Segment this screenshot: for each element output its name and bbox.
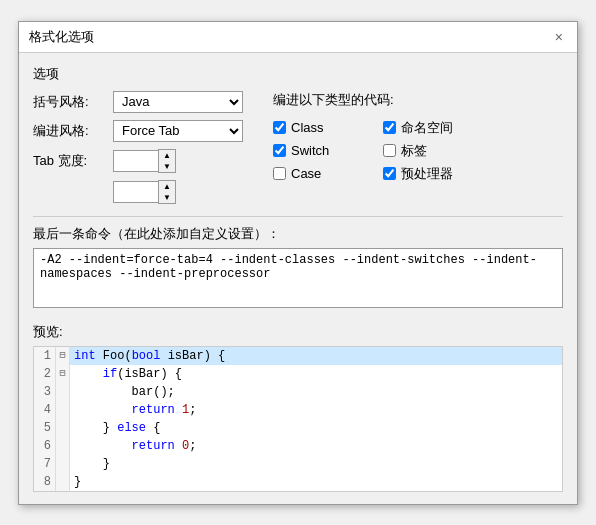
title-bar: 格式化选项 × xyxy=(19,22,577,53)
bracket-style-row: 括号风格: Java Allman K&R xyxy=(33,91,253,113)
divider xyxy=(33,216,563,217)
indent-style-label: 编进风格: xyxy=(33,122,105,140)
command-label: 最后一条命令（在此处添加自定义设置）： xyxy=(33,225,563,243)
class-checkbox-row[interactable]: Class xyxy=(273,119,363,137)
line-num-8: 8 xyxy=(34,473,56,491)
switch-checkbox[interactable] xyxy=(273,144,286,157)
line-code-8: } xyxy=(70,473,81,491)
dialog-title: 格式化选项 xyxy=(29,28,94,46)
command-section: 最后一条命令（在此处添加自定义设置）： -A2 --indent=force-t… xyxy=(33,225,563,311)
case-checkbox[interactable] xyxy=(273,167,286,180)
line-width-up[interactable]: ▲ xyxy=(159,181,175,192)
options-area: 括号风格: Java Allman K&R 编进风格: Force Tab Sp… xyxy=(33,91,563,204)
code-line-3: 3 bar(); xyxy=(34,383,562,401)
line-num-7: 7 xyxy=(34,455,56,473)
options-section-label: 选项 xyxy=(33,65,563,83)
code-preview: 1 ⊟ int Foo(bool isBar) { 2 ⊟ if(isBar) … xyxy=(33,346,563,492)
checkbox-grid: Class 命名空间 Switch 标签 xyxy=(273,119,473,183)
line-fold-8 xyxy=(56,473,70,491)
indent-style-row: 编进风格: Force Tab Spaces Tab xyxy=(33,120,253,142)
line-num-5: 5 xyxy=(34,419,56,437)
line-num-2: 2 xyxy=(34,365,56,383)
format-dialog: 格式化选项 × 选项 括号风格: Java Allman K&R 编进风格: xyxy=(18,21,578,505)
preview-label: 预览: xyxy=(33,323,563,341)
line-code-1: int Foo(bool isBar) { xyxy=(70,347,225,365)
preprocessor-checkbox-row[interactable]: 预处理器 xyxy=(383,165,473,183)
line-code-3: bar(); xyxy=(70,383,175,401)
code-line-7: 7 } xyxy=(34,455,562,473)
line-num-4: 4 xyxy=(34,401,56,419)
code-line-5: 5 } else { xyxy=(34,419,562,437)
namespace-checkbox[interactable] xyxy=(383,121,396,134)
command-textarea[interactable]: -A2 --indent=force-tab=4 --indent-classe… xyxy=(33,248,563,308)
bracket-style-label: 括号风格: xyxy=(33,93,105,111)
code-line-1: 1 ⊟ int Foo(bool isBar) { xyxy=(34,347,562,365)
line-fold-6 xyxy=(56,437,70,455)
code-line-8: 8 } xyxy=(34,473,562,491)
preprocessor-checkbox[interactable] xyxy=(383,167,396,180)
line-width-down[interactable]: ▼ xyxy=(159,192,175,203)
line-fold-5 xyxy=(56,419,70,437)
right-options: 编进以下类型的代码: Class 命名空间 Switch xyxy=(273,91,473,204)
tab-width-label: Tab 宽度: xyxy=(33,152,105,170)
class-label: Class xyxy=(291,120,324,135)
preprocessor-label: 预处理器 xyxy=(401,165,453,183)
tab-width-row: Tab 宽度: 4 ▲ ▼ xyxy=(33,149,253,173)
tag-label: 标签 xyxy=(401,142,427,160)
line-code-7: } xyxy=(70,455,110,473)
line-width-row: 80 ▲ ▼ xyxy=(33,180,253,204)
case-checkbox-row[interactable]: Case xyxy=(273,165,363,183)
tab-width-down[interactable]: ▼ xyxy=(159,161,175,172)
close-button[interactable]: × xyxy=(551,29,567,45)
left-options: 括号风格: Java Allman K&R 编进风格: Force Tab Sp… xyxy=(33,91,253,204)
line-width-spinbox: 80 ▲ ▼ xyxy=(113,180,176,204)
line-fold-1: ⊟ xyxy=(56,347,70,365)
bracket-style-select[interactable]: Java Allman K&R xyxy=(113,91,243,113)
tab-width-buttons: ▲ ▼ xyxy=(158,149,176,173)
line-width-input[interactable]: 80 xyxy=(113,181,158,203)
line-fold-3 xyxy=(56,383,70,401)
line-num-6: 6 xyxy=(34,437,56,455)
class-checkbox[interactable] xyxy=(273,121,286,134)
tab-width-spinbox: 4 ▲ ▼ xyxy=(113,149,176,173)
tab-width-up[interactable]: ▲ xyxy=(159,150,175,161)
indent-style-select[interactable]: Force Tab Spaces Tab xyxy=(113,120,243,142)
namespace-checkbox-row[interactable]: 命名空间 xyxy=(383,119,473,137)
switch-checkbox-row[interactable]: Switch xyxy=(273,142,363,160)
line-fold-7 xyxy=(56,455,70,473)
line-fold-2: ⊟ xyxy=(56,365,70,383)
switch-label: Switch xyxy=(291,143,329,158)
case-label: Case xyxy=(291,166,321,181)
namespace-label: 命名空间 xyxy=(401,119,453,137)
line-num-1: 1 xyxy=(34,347,56,365)
tag-checkbox[interactable] xyxy=(383,144,396,157)
code-types-label: 编进以下类型的代码: xyxy=(273,91,473,109)
dialog-body: 选项 括号风格: Java Allman K&R 编进风格: Force Tab xyxy=(19,53,577,504)
line-num-3: 3 xyxy=(34,383,56,401)
code-line-6: 6 return 0; xyxy=(34,437,562,455)
tag-checkbox-row[interactable]: 标签 xyxy=(383,142,473,160)
preview-section: 预览: 1 ⊟ int Foo(bool isBar) { 2 ⊟ if(isB… xyxy=(33,323,563,492)
line-fold-4 xyxy=(56,401,70,419)
code-line-4: 4 return 1; xyxy=(34,401,562,419)
line-code-2: if(isBar) { xyxy=(70,365,182,383)
code-line-2: 2 ⊟ if(isBar) { xyxy=(34,365,562,383)
line-width-buttons: ▲ ▼ xyxy=(158,180,176,204)
line-code-5: } else { xyxy=(70,419,160,437)
line-code-4: return 1; xyxy=(70,401,196,419)
tab-width-input[interactable]: 4 xyxy=(113,150,158,172)
line-code-6: return 0; xyxy=(70,437,196,455)
